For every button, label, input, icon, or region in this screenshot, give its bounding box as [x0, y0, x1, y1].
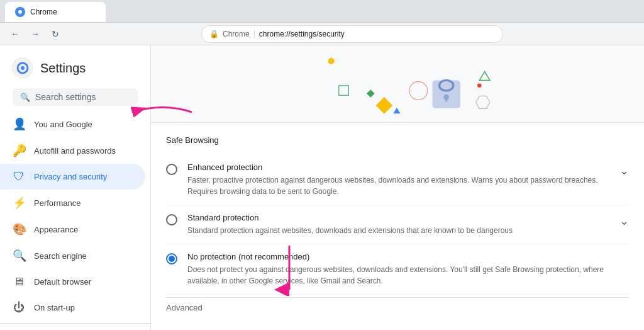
sidebar-item-search-engine[interactable]: 🔍 Search engine	[0, 242, 145, 269]
option-standard-title: Standard protection	[187, 213, 609, 222]
search-icon: 🔍	[13, 249, 25, 263]
search-icon: 🔍	[20, 93, 30, 102]
svg-rect-13	[432, 80, 460, 108]
url-separator: |	[253, 30, 255, 38]
palette-icon: 🎨	[13, 222, 25, 236]
url-prefix: Chrome	[223, 30, 250, 38]
svg-rect-9	[376, 97, 393, 114]
gauge-icon: ⚡	[13, 196, 25, 210]
power-icon: ⏻	[13, 301, 25, 314]
forward-button[interactable]: →	[28, 26, 43, 42]
lock-icon: 🔒	[209, 30, 219, 38]
sidebar-label-performance: Performance	[34, 198, 133, 208]
expand-enhanced-icon[interactable]: ⌄	[619, 164, 629, 178]
sidebar-item-performance[interactable]: ⚡ Performance	[0, 190, 145, 216]
option-enhanced-text: Enhanced protection Faster, proactive pr…	[187, 162, 609, 197]
settings-header: Settings	[0, 50, 150, 88]
shield-icon: 🛡	[13, 170, 25, 183]
svg-rect-16	[445, 97, 447, 102]
sidebar-label-you-and-google: You and Google	[34, 120, 133, 129]
back-button[interactable]: ←	[8, 26, 23, 42]
svg-marker-18	[476, 96, 490, 108]
svg-point-17	[477, 83, 482, 88]
option-standard-text: Standard protection Standard protection …	[187, 213, 609, 236]
settings-logo	[13, 58, 33, 78]
active-tab[interactable]: Chrome	[5, 2, 106, 22]
option-enhanced: Enhanced protection Faster, proactive pr…	[166, 155, 629, 205]
app-container: Settings 🔍 👤 You and Google 🔑 Autofill a…	[0, 45, 644, 330]
settings-content: Safe Browsing Enhanced protection Faster…	[151, 123, 644, 330]
sidebar-item-default-browser[interactable]: 🖥 Default browser	[0, 269, 145, 295]
search-input[interactable]	[35, 92, 130, 102]
sidebar-item-on-startup[interactable]: ⏻ On start-up	[0, 295, 145, 321]
option-enhanced-desc: Faster, proactive protection against dan…	[187, 174, 609, 197]
browser-icon: 🖥	[13, 275, 25, 288]
person-icon: 👤	[13, 117, 25, 131]
settings-search-bar[interactable]: 🔍	[13, 88, 138, 106]
svg-marker-19	[479, 72, 490, 81]
radio-standard[interactable]	[166, 214, 177, 225]
svg-point-7	[328, 58, 335, 64]
sidebar-label-privacy: Privacy and security	[34, 172, 133, 181]
tab-favicon	[15, 7, 25, 17]
settings-title: Settings	[40, 61, 86, 76]
sidebar-label-autofill: Autofill and passwords	[34, 146, 133, 156]
option-enhanced-title: Enhanced protection	[187, 162, 609, 172]
option-standard: Standard protection Standard protection …	[166, 205, 629, 244]
advanced-label: Advanced	[166, 297, 629, 317]
svg-point-11	[409, 82, 428, 100]
svg-point-6	[21, 66, 25, 70]
svg-marker-10	[393, 108, 400, 113]
tab-title: Chrome	[30, 8, 57, 16]
sidebar: Settings 🔍 👤 You and Google 🔑 Autofill a…	[0, 45, 151, 330]
key-icon: 🔑	[13, 144, 25, 157]
svg-point-1	[18, 10, 22, 14]
sidebar-label-appearance: Appearance	[34, 225, 133, 234]
expand-standard-icon[interactable]: ⌄	[619, 214, 629, 228]
radio-enhanced[interactable]	[166, 164, 177, 175]
sidebar-label-search-engine: Search engine	[34, 251, 133, 261]
sidebar-item-privacy[interactable]: 🛡 Privacy and security	[0, 164, 145, 190]
sidebar-item-autofill[interactable]: 🔑 Autofill and passwords	[0, 137, 145, 164]
svg-rect-8	[367, 89, 375, 98]
sidebar-label-default-browser: Default browser	[34, 277, 133, 287]
section-title: Safe Browsing	[166, 135, 629, 145]
option-standard-desc: Standard protection against websites, do…	[187, 225, 609, 236]
sidebar-label-on-startup: On start-up	[34, 303, 133, 312]
url-text: chrome://settings/security	[259, 30, 345, 38]
option-no-protection-desc: Does not protect you against dangerous w…	[187, 264, 629, 287]
address-bar[interactable]: 🔒 Chrome | chrome://settings/security	[201, 25, 503, 43]
option-no-protection-title: No protection (not recommended)	[187, 252, 629, 261]
option-no-protection: No protection (not recommended) Does not…	[166, 244, 629, 295]
svg-rect-12	[339, 86, 349, 96]
sidebar-item-appearance[interactable]: 🎨 Appearance	[0, 216, 145, 242]
reload-button[interactable]: ↻	[48, 26, 63, 42]
option-no-protection-text: No protection (not recommended) Does not…	[187, 252, 629, 287]
radio-no-protection[interactable]	[166, 253, 177, 265]
tab-bar: Chrome	[0, 0, 644, 23]
sidebar-item-you-and-google[interactable]: 👤 You and Google	[0, 111, 145, 137]
main-content: Safe Browsing Enhanced protection Faster…	[151, 45, 644, 330]
hero-illustration	[151, 45, 644, 123]
browser-chrome: ← → ↻ 🔒 Chrome | chrome://settings/secur…	[0, 23, 644, 45]
